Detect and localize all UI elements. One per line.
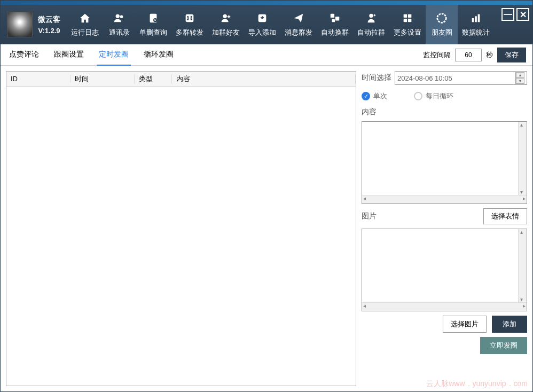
spinner-down-icon[interactable]: ▼ xyxy=(516,78,524,84)
pull-group-icon xyxy=(365,12,378,25)
radio-once[interactable]: 单次 xyxy=(362,91,387,101)
watermark: 云人脉www．yunyunvip．com xyxy=(426,379,528,389)
svg-rect-8 xyxy=(335,17,339,20)
svg-rect-11 xyxy=(404,14,407,18)
nav-import-add[interactable]: 导入添加 xyxy=(244,5,280,44)
tab-like-comment[interactable]: 点赞评论 xyxy=(7,44,41,66)
content-textarea[interactable] xyxy=(362,121,527,204)
toolbar-right: 监控间隔 秒 保存 xyxy=(423,48,526,62)
app-name: 微云客 xyxy=(38,15,60,25)
content-label: 内容 xyxy=(362,107,527,117)
th-time[interactable]: 时间 xyxy=(70,74,135,84)
nav-moments[interactable]: 朋友圈 xyxy=(426,5,458,44)
nav-auto-switch[interactable]: 自动换群 xyxy=(317,5,353,44)
app-logo xyxy=(7,12,33,37)
send-icon xyxy=(292,12,305,25)
svg-point-0 xyxy=(116,14,120,18)
svg-rect-7 xyxy=(331,14,334,18)
interval-unit: 秒 xyxy=(486,50,493,60)
stats-icon xyxy=(469,12,482,25)
select-emoji-button[interactable]: 选择表情 xyxy=(483,208,527,224)
image-area[interactable] xyxy=(362,229,527,311)
svg-rect-16 xyxy=(472,18,474,22)
radio-once-label: 单次 xyxy=(373,91,387,101)
select-image-button[interactable]: 选择图片 xyxy=(443,316,487,333)
svg-rect-13 xyxy=(404,19,407,22)
interval-label: 监控间隔 xyxy=(423,50,451,60)
action-row-2: 立即发圈 xyxy=(362,337,527,354)
radio-daily[interactable]: 每日循环 xyxy=(414,91,453,101)
svg-point-15 xyxy=(437,14,446,23)
forward-icon xyxy=(183,12,196,25)
header: 微云客 V:1.2.9 运行日志 通讯录 单删查询 多群转发 xyxy=(1,5,532,44)
table-header: ID 时间 类型 内容 xyxy=(6,72,356,87)
tabs: 点赞评论 跟圈设置 定时发圈 循环发圈 xyxy=(7,44,176,66)
window-controls: — ✕ xyxy=(501,8,529,21)
svg-rect-17 xyxy=(475,16,477,22)
nav-add-group-friend[interactable]: 加群好友 xyxy=(208,5,244,44)
svg-rect-18 xyxy=(478,14,480,22)
image-label: 图片 xyxy=(362,211,377,221)
radio-checked-icon xyxy=(362,92,370,100)
frequency-radios: 单次 每日循环 xyxy=(362,89,527,103)
th-content[interactable]: 内容 xyxy=(172,74,356,84)
moments-icon xyxy=(435,12,448,25)
main-content: ID 时间 类型 内容 时间选择 2024-08-06 10:05 ▲ ▼ xyxy=(1,66,532,391)
tab-loop-post[interactable]: 循环发圈 xyxy=(142,44,176,66)
form-panel: 时间选择 2024-08-06 10:05 ▲ ▼ 单次 每日循环 xyxy=(362,71,527,386)
radio-daily-label: 每日循环 xyxy=(426,91,453,101)
svg-point-1 xyxy=(120,15,123,19)
svg-rect-4 xyxy=(186,14,194,22)
interval-input[interactable] xyxy=(455,49,482,61)
app-version: V:1.2.9 xyxy=(38,27,60,35)
home-icon xyxy=(79,12,91,25)
nav-contacts[interactable]: 通讯录 xyxy=(103,5,135,44)
nav-message-send[interactable]: 消息群发 xyxy=(280,5,317,44)
scrollbar-vertical[interactable] xyxy=(518,122,527,195)
time-label: 时间选择 xyxy=(362,73,391,83)
tab-scheduled-post[interactable]: 定时发圈 xyxy=(97,44,131,66)
scrollbar-horizontal[interactable] xyxy=(362,302,527,311)
contacts-icon xyxy=(113,12,126,25)
add-friend-icon xyxy=(220,12,232,25)
scrollbar-vertical[interactable] xyxy=(518,229,527,302)
svg-point-10 xyxy=(369,14,373,18)
close-button[interactable]: ✕ xyxy=(516,8,529,21)
nav-multi-forward[interactable]: 多群转发 xyxy=(171,5,208,44)
radio-unchecked-icon xyxy=(414,92,422,100)
time-row: 时间选择 2024-08-06 10:05 ▲ ▼ xyxy=(362,71,527,85)
tab-follow-settings[interactable]: 跟圈设置 xyxy=(52,44,86,66)
nav-stats[interactable]: 数据统计 xyxy=(458,5,494,44)
nav-items: 运行日志 通讯录 单删查询 多群转发 加群好友 导入添加 xyxy=(67,5,494,44)
nav-run-log[interactable]: 运行日志 xyxy=(67,5,103,44)
svg-rect-12 xyxy=(408,14,411,18)
switch-group-icon xyxy=(328,12,341,25)
scrollbar-horizontal[interactable] xyxy=(362,195,527,203)
nav-more-settings[interactable]: 更多设置 xyxy=(389,5,426,44)
svg-rect-9 xyxy=(332,19,335,22)
datetime-spinner: ▲ ▼ xyxy=(515,72,524,84)
th-id[interactable]: ID xyxy=(6,75,70,83)
datetime-input[interactable]: 2024-08-06 10:05 ▲ ▼ xyxy=(395,71,527,85)
svg-point-5 xyxy=(223,14,227,18)
save-button[interactable]: 保存 xyxy=(497,48,526,62)
import-icon xyxy=(256,12,269,25)
sub-toolbar: 点赞评论 跟圈设置 定时发圈 循环发圈 监控间隔 秒 保存 xyxy=(1,44,532,66)
title-bar xyxy=(1,1,532,5)
nav-delete-query[interactable]: 单删查询 xyxy=(135,5,171,44)
publish-now-button[interactable]: 立即发圈 xyxy=(480,337,527,354)
nav-auto-pull[interactable]: 自动拉群 xyxy=(353,5,389,44)
datetime-value: 2024-08-06 10:05 xyxy=(397,74,452,82)
schedule-table: ID 时间 类型 内容 xyxy=(6,71,356,386)
th-type[interactable]: 类型 xyxy=(135,74,172,84)
image-section-header: 图片 选择表情 xyxy=(362,208,527,224)
svg-rect-14 xyxy=(408,19,411,22)
minimize-button[interactable]: — xyxy=(501,8,514,21)
add-button[interactable]: 添加 xyxy=(492,316,527,333)
spinner-up-icon[interactable]: ▲ xyxy=(516,72,524,78)
settings-icon xyxy=(401,12,414,25)
action-row-1: 选择图片 添加 xyxy=(362,316,527,333)
delete-query-icon xyxy=(147,12,160,25)
app-info: 微云客 V:1.2.9 xyxy=(38,15,60,35)
